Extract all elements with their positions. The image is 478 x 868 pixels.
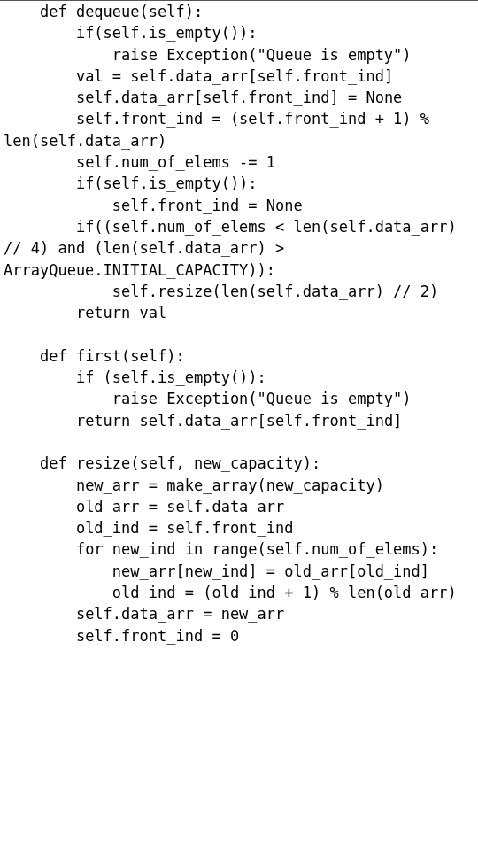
code-page: def dequeue(self): if(self.is_empty()): … <box>0 0 478 647</box>
code-block: def dequeue(self): if(self.is_empty()): … <box>0 1 478 647</box>
